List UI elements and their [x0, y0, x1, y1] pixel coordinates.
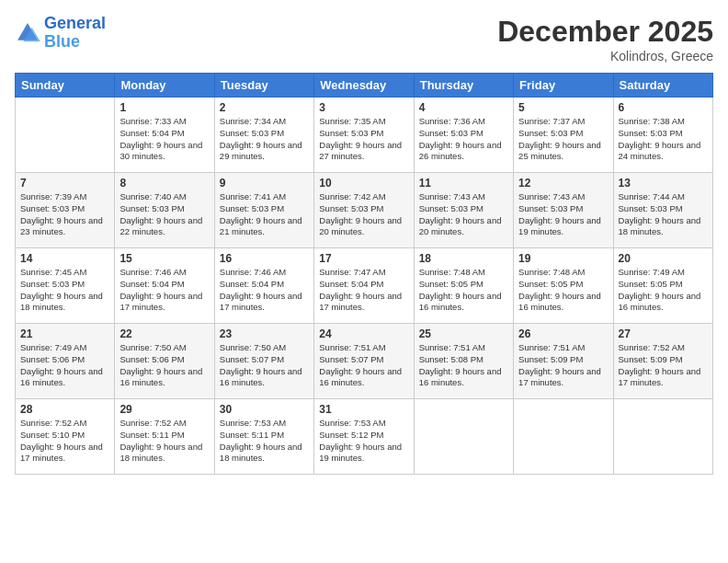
- day-info: Sunrise: 7:45 AMSunset: 5:03 PMDaylight:…: [20, 267, 109, 314]
- calendar-cell: 24 Sunrise: 7:51 AMSunset: 5:07 PMDaylig…: [314, 324, 414, 399]
- calendar-cell: 30 Sunrise: 7:53 AMSunset: 5:11 PMDaylig…: [214, 399, 313, 475]
- day-number: 18: [419, 252, 508, 265]
- day-info: Sunrise: 7:40 AMSunset: 5:03 PMDaylight:…: [119, 191, 209, 238]
- calendar-week-row: 7 Sunrise: 7:39 AMSunset: 5:03 PMDayligh…: [16, 173, 713, 248]
- day-info: Sunrise: 7:43 AMSunset: 5:03 PMDaylight:…: [419, 191, 508, 238]
- calendar-cell: 5 Sunrise: 7:37 AMSunset: 5:03 PMDayligh…: [514, 98, 613, 173]
- day-info: Sunrise: 7:52 AMSunset: 5:09 PMDaylight:…: [619, 342, 708, 389]
- calendar-cell: 22 Sunrise: 7:50 AMSunset: 5:06 PMDaylig…: [115, 324, 214, 399]
- calendar-cell: 15 Sunrise: 7:46 AMSunset: 5:04 PMDaylig…: [115, 248, 214, 324]
- day-number: 16: [220, 252, 309, 265]
- calendar-cell: 11 Sunrise: 7:43 AMSunset: 5:03 PMDaylig…: [414, 173, 513, 248]
- day-info: Sunrise: 7:48 AMSunset: 5:05 PMDaylight:…: [518, 267, 608, 314]
- calendar-cell: 4 Sunrise: 7:36 AMSunset: 5:03 PMDayligh…: [414, 98, 513, 173]
- day-number: 9: [220, 177, 309, 190]
- day-info: Sunrise: 7:38 AMSunset: 5:03 PMDaylight:…: [619, 116, 708, 163]
- calendar-cell: 6 Sunrise: 7:38 AMSunset: 5:03 PMDayligh…: [613, 98, 712, 173]
- day-info: Sunrise: 7:33 AMSunset: 5:04 PMDaylight:…: [119, 116, 209, 163]
- day-info: Sunrise: 7:50 AMSunset: 5:06 PMDaylight:…: [119, 342, 209, 389]
- day-info: Sunrise: 7:52 AMSunset: 5:10 PMDaylight:…: [20, 418, 109, 465]
- day-number: 2: [220, 101, 309, 114]
- weekday-header: Thursday: [414, 74, 513, 98]
- day-number: 27: [619, 327, 708, 340]
- calendar-cell: 10 Sunrise: 7:42 AMSunset: 5:03 PMDaylig…: [314, 173, 414, 248]
- day-number: 28: [20, 403, 109, 416]
- day-info: Sunrise: 7:41 AMSunset: 5:03 PMDaylight:…: [220, 191, 309, 238]
- day-info: Sunrise: 7:39 AMSunset: 5:03 PMDaylight:…: [20, 191, 109, 238]
- day-info: Sunrise: 7:53 AMSunset: 5:11 PMDaylight:…: [220, 418, 309, 465]
- calendar-cell: 13 Sunrise: 7:44 AMSunset: 5:03 PMDaylig…: [613, 173, 712, 248]
- calendar-cell: [514, 399, 613, 475]
- day-number: 4: [419, 101, 508, 114]
- day-number: 19: [518, 252, 608, 265]
- weekday-header: Friday: [514, 74, 613, 98]
- day-number: 21: [20, 327, 109, 340]
- day-number: 10: [319, 177, 408, 190]
- day-number: 24: [319, 327, 408, 340]
- day-info: Sunrise: 7:51 AMSunset: 5:07 PMDaylight:…: [319, 342, 408, 389]
- calendar-cell: 1 Sunrise: 7:33 AMSunset: 5:04 PMDayligh…: [115, 98, 214, 173]
- calendar-cell: 3 Sunrise: 7:35 AMSunset: 5:03 PMDayligh…: [314, 98, 414, 173]
- calendar-cell: 26 Sunrise: 7:51 AMSunset: 5:09 PMDaylig…: [514, 324, 613, 399]
- calendar-cell: [613, 399, 712, 475]
- calendar-cell: 21 Sunrise: 7:49 AMSunset: 5:06 PMDaylig…: [16, 324, 115, 399]
- calendar-cell: 16 Sunrise: 7:46 AMSunset: 5:04 PMDaylig…: [214, 248, 313, 324]
- calendar-cell: 31 Sunrise: 7:53 AMSunset: 5:12 PMDaylig…: [314, 399, 414, 475]
- calendar-cell: 25 Sunrise: 7:51 AMSunset: 5:08 PMDaylig…: [414, 324, 513, 399]
- day-info: Sunrise: 7:34 AMSunset: 5:03 PMDaylight:…: [220, 116, 309, 163]
- weekday-header: Tuesday: [214, 74, 313, 98]
- day-info: Sunrise: 7:51 AMSunset: 5:09 PMDaylight:…: [518, 342, 608, 389]
- day-number: 15: [119, 252, 209, 265]
- calendar-cell: 23 Sunrise: 7:50 AMSunset: 5:07 PMDaylig…: [214, 324, 313, 399]
- calendar-cell: 12 Sunrise: 7:43 AMSunset: 5:03 PMDaylig…: [514, 173, 613, 248]
- day-info: Sunrise: 7:36 AMSunset: 5:03 PMDaylight:…: [419, 116, 508, 163]
- logo-text: General Blue: [44, 15, 106, 52]
- day-number: 5: [518, 101, 608, 114]
- logo-icon: [15, 20, 40, 46]
- calendar-cell: 19 Sunrise: 7:48 AMSunset: 5:05 PMDaylig…: [514, 248, 613, 324]
- day-number: 12: [518, 177, 608, 190]
- day-number: 20: [619, 252, 708, 265]
- calendar-table: SundayMondayTuesdayWednesdayThursdayFrid…: [15, 73, 713, 475]
- day-number: 23: [220, 327, 309, 340]
- calendar-cell: 2 Sunrise: 7:34 AMSunset: 5:03 PMDayligh…: [214, 98, 313, 173]
- weekday-header-row: SundayMondayTuesdayWednesdayThursdayFrid…: [16, 74, 713, 98]
- calendar-cell: 8 Sunrise: 7:40 AMSunset: 5:03 PMDayligh…: [115, 173, 214, 248]
- day-info: Sunrise: 7:35 AMSunset: 5:03 PMDaylight:…: [319, 116, 408, 163]
- weekday-header: Wednesday: [314, 74, 414, 98]
- location-subtitle: Kolindros, Greece: [497, 49, 713, 63]
- calendar-cell: [16, 98, 115, 173]
- calendar-cell: 20 Sunrise: 7:49 AMSunset: 5:05 PMDaylig…: [613, 248, 712, 324]
- calendar-cell: 28 Sunrise: 7:52 AMSunset: 5:10 PMDaylig…: [16, 399, 115, 475]
- calendar-cell: 17 Sunrise: 7:47 AMSunset: 5:04 PMDaylig…: [314, 248, 414, 324]
- weekday-header: Monday: [115, 74, 214, 98]
- weekday-header: Sunday: [16, 74, 115, 98]
- calendar-cell: 7 Sunrise: 7:39 AMSunset: 5:03 PMDayligh…: [16, 173, 115, 248]
- day-number: 3: [319, 101, 408, 114]
- day-number: 25: [419, 327, 508, 340]
- day-number: 13: [619, 177, 708, 190]
- day-number: 17: [319, 252, 408, 265]
- day-info: Sunrise: 7:43 AMSunset: 5:03 PMDaylight:…: [518, 191, 608, 238]
- calendar-cell: 9 Sunrise: 7:41 AMSunset: 5:03 PMDayligh…: [214, 173, 313, 248]
- title-block: December 2025 Kolindros, Greece: [497, 15, 713, 63]
- calendar-cell: 29 Sunrise: 7:52 AMSunset: 5:11 PMDaylig…: [115, 399, 214, 475]
- day-number: 31: [319, 403, 408, 416]
- day-info: Sunrise: 7:51 AMSunset: 5:08 PMDaylight:…: [419, 342, 508, 389]
- day-number: 14: [20, 252, 109, 265]
- day-number: 8: [119, 177, 209, 190]
- calendar-cell: 27 Sunrise: 7:52 AMSunset: 5:09 PMDaylig…: [613, 324, 712, 399]
- calendar-cell: [414, 399, 513, 475]
- day-info: Sunrise: 7:37 AMSunset: 5:03 PMDaylight:…: [518, 116, 608, 163]
- day-number: 1: [119, 101, 209, 114]
- month-title: December 2025: [497, 15, 713, 49]
- calendar-cell: 18 Sunrise: 7:48 AMSunset: 5:05 PMDaylig…: [414, 248, 513, 324]
- day-info: Sunrise: 7:44 AMSunset: 5:03 PMDaylight:…: [619, 191, 708, 238]
- day-info: Sunrise: 7:46 AMSunset: 5:04 PMDaylight:…: [119, 267, 209, 314]
- day-number: 29: [119, 403, 209, 416]
- day-info: Sunrise: 7:46 AMSunset: 5:04 PMDaylight:…: [220, 267, 309, 314]
- day-number: 11: [419, 177, 508, 190]
- day-info: Sunrise: 7:47 AMSunset: 5:04 PMDaylight:…: [319, 267, 408, 314]
- day-number: 6: [619, 101, 708, 114]
- day-info: Sunrise: 7:42 AMSunset: 5:03 PMDaylight:…: [319, 191, 408, 238]
